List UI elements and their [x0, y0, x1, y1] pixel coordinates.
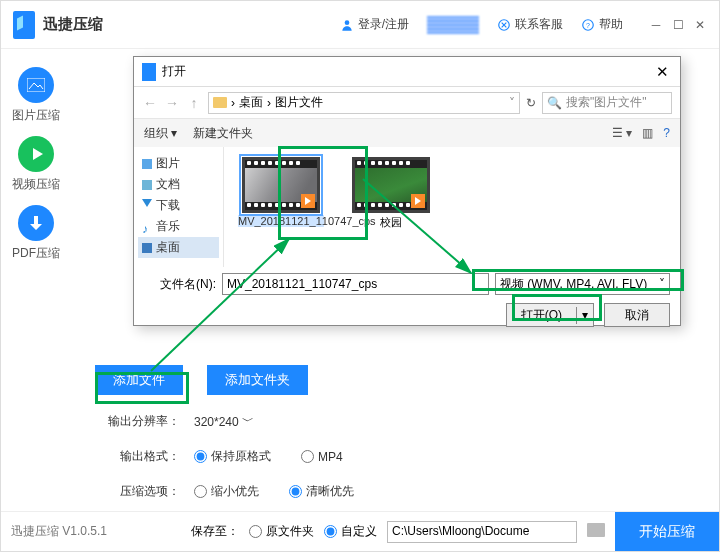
chevron-down-icon: ﹀ [242, 413, 254, 430]
play-icon [411, 194, 425, 208]
view-mode-icon[interactable]: ☰ ▾ [612, 126, 632, 140]
tree-desktop[interactable]: 桌面 [138, 237, 219, 258]
save-custom-radio[interactable]: 自定义 [324, 523, 377, 540]
folder-icon [213, 97, 227, 108]
image-icon [18, 67, 54, 103]
nav-back-icon[interactable]: ← [142, 95, 158, 111]
format-keep-radio[interactable]: 保持原格式 [194, 448, 271, 465]
nav-up-icon[interactable]: ↑ [186, 95, 202, 111]
search-input[interactable]: 🔍 搜索"图片文件" [542, 92, 672, 114]
user-smudge [427, 16, 479, 34]
filename-label: 文件名(N): [144, 276, 216, 293]
minimize-button[interactable]: ─ [649, 18, 663, 32]
login-link[interactable]: 登录/注册 [340, 16, 409, 33]
nav-fwd-icon[interactable]: → [164, 95, 180, 111]
annotation-highlight [512, 294, 602, 321]
start-button[interactable]: 开始压缩 [615, 512, 719, 552]
annotation-highlight [278, 146, 368, 240]
refresh-icon[interactable]: ↻ [526, 96, 536, 110]
resolution-select[interactable]: 320*240﹀ [194, 413, 254, 430]
resolution-label: 输出分辨率： [95, 413, 180, 430]
dialog-title: 打开 [162, 63, 186, 80]
pdf-icon [18, 205, 54, 241]
view-details-icon[interactable]: ▥ [642, 126, 653, 140]
dialog-close-button[interactable]: ✕ [652, 63, 672, 81]
folder-tree: 图片 文档 下载 ♪音乐 桌面 [134, 147, 224, 267]
tree-music[interactable]: ♪音乐 [138, 216, 219, 237]
maximize-button[interactable]: ☐ [671, 18, 685, 32]
new-folder-button[interactable]: 新建文件夹 [193, 125, 253, 142]
app-name: 迅捷压缩 [43, 15, 103, 34]
tree-documents[interactable]: 文档 [138, 174, 219, 195]
filename-input[interactable] [222, 273, 489, 295]
sidebar-item-image[interactable]: 图片压缩 [12, 67, 60, 124]
tree-downloads[interactable]: 下载 [138, 195, 219, 216]
dialog-icon [142, 63, 156, 81]
breadcrumb[interactable]: › 桌面 › 图片文件 ˅ [208, 92, 520, 114]
app-logo [13, 11, 35, 39]
format-mp4-radio[interactable]: MP4 [301, 448, 343, 465]
tree-pictures[interactable]: 图片 [138, 153, 219, 174]
save-label: 保存至： [191, 523, 239, 540]
search-icon: 🔍 [547, 96, 562, 110]
help-link[interactable]: ?帮助 [581, 16, 623, 33]
add-folder-button[interactable]: 添加文件夹 [207, 365, 308, 395]
close-button[interactable]: ✕ [693, 18, 707, 32]
sidebar-item-video[interactable]: 视频压缩 [12, 136, 60, 193]
video-icon [18, 136, 54, 172]
format-label: 输出格式： [95, 448, 180, 465]
svg-text:?: ? [586, 21, 590, 28]
save-path-input[interactable]: C:\Users\Mloong\Docume [387, 521, 577, 543]
sidebar-item-pdf[interactable]: PDF压缩 [12, 205, 60, 262]
organize-menu[interactable]: 组织 ▾ [144, 125, 177, 142]
annotation-highlight [472, 269, 684, 291]
dialog-help-icon[interactable]: ? [663, 126, 670, 140]
svg-point-0 [344, 20, 349, 25]
contact-link[interactable]: 联系客服 [497, 16, 563, 33]
save-orig-radio[interactable]: 原文件夹 [249, 523, 314, 540]
annotation-highlight [95, 372, 189, 404]
compress-clear-radio[interactable]: 清晰优先 [289, 483, 354, 500]
cancel-button[interactable]: 取消 [604, 303, 670, 327]
compress-small-radio[interactable]: 缩小优先 [194, 483, 259, 500]
compress-label: 压缩选项： [95, 483, 180, 500]
version-label: 迅捷压缩 V1.0.5.1 [11, 523, 107, 540]
folder-browse-icon[interactable] [587, 523, 605, 540]
